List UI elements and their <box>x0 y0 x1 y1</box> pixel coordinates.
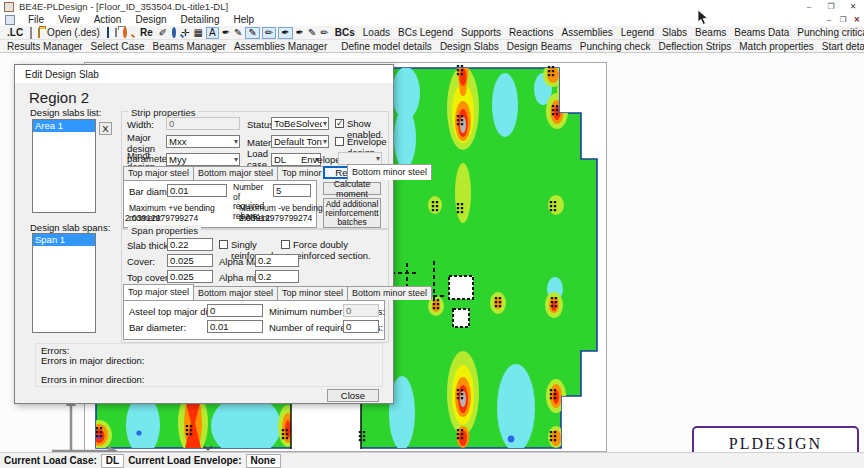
compass-icon[interactable]: ✐ <box>157 27 169 39</box>
beams-button[interactable]: Beams <box>691 27 730 38</box>
zoom-icon[interactable] <box>123 27 127 38</box>
assemblies-button[interactable]: Assemblies <box>558 27 617 38</box>
close-dialog-button[interactable]: Close <box>327 389 379 402</box>
loads-button[interactable]: Loads <box>359 27 394 38</box>
menu-help[interactable]: Help <box>226 14 261 25</box>
checkbox-unchecked[interactable] <box>335 137 344 146</box>
window-title: BE4E-PLDesign - [Floor_ID_353504.DL-titl… <box>19 1 228 12</box>
menu-detailing[interactable]: Detailing <box>174 14 227 25</box>
menu-file[interactable]: File <box>21 14 51 25</box>
tab-top-minor-steel-2[interactable]: Top minor steel <box>277 286 348 300</box>
span-bar-diameter-field[interactable]: 0.01 <box>207 320 263 333</box>
app-icon <box>4 2 14 12</box>
slab-opening-2 <box>453 309 469 327</box>
menu-action[interactable]: Action <box>87 14 129 25</box>
checkbox-unchecked[interactable] <box>281 240 290 249</box>
add-reinforcement-batches-button[interactable]: Add additional reinforcementt batches <box>323 198 381 228</box>
mdi-close-button[interactable]: ✕ <box>850 15 864 24</box>
top-cover-field[interactable]: 0.025 <box>167 270 213 283</box>
assemblies-manager-button[interactable]: Assemblies Manager <box>230 41 331 52</box>
print-icon[interactable] <box>115 28 117 37</box>
edit-design-slab-dialog: Edit Design Slab Region 2 Design slabs l… <box>14 64 394 404</box>
load-case-value: DL <box>101 454 124 468</box>
open-des-button[interactable]: Open (.des) <box>43 27 104 38</box>
legend-button[interactable]: Legend <box>617 27 658 38</box>
draw-tool-icon-2[interactable]: ✏ <box>262 27 276 39</box>
mdi-restore-button[interactable]: ❐ <box>836 15 850 24</box>
define-model-details-button[interactable]: Define model details <box>337 41 436 52</box>
tab-top-major-steel-2[interactable]: Top major steel <box>123 284 194 300</box>
tab-bottom-minor-steel-2[interactable]: Bottom minor steel <box>347 286 432 300</box>
pen-black-icon-2[interactable]: ✒ <box>294 27 306 39</box>
menu-view[interactable]: View <box>51 14 87 25</box>
deflection-strips-button[interactable]: Deflection Strips <box>654 41 735 52</box>
mdi-minimize-button[interactable]: – <box>822 15 836 24</box>
pen-outline-icon[interactable]: ✎ <box>232 27 244 39</box>
minor-design-dropdown[interactable]: Myy▾ <box>166 153 240 166</box>
start-detailing-button[interactable]: Start detailing <box>818 41 864 52</box>
open-folder-icon[interactable] <box>38 28 40 38</box>
zoom-in-icon[interactable] <box>172 27 176 38</box>
bcs-legend-button[interactable]: BCs Legend <box>394 27 457 38</box>
lc-button[interactable]: .LC <box>3 27 27 38</box>
status-dropdown[interactable]: ToBeSolved▾ <box>271 117 329 130</box>
pencil-icon[interactable]: ✏ <box>318 27 330 39</box>
checkbox-unchecked[interactable] <box>219 240 228 249</box>
list-item-span1[interactable]: Span 1 <box>33 234 95 246</box>
chevron-down-icon: ▾ <box>322 119 327 128</box>
draw-tool-icon-1[interactable]: ✎ <box>245 27 259 39</box>
design-spans-listbox[interactable]: Span 1 <box>32 233 96 333</box>
bcs-button[interactable]: BCs <box>331 27 359 38</box>
menu-design[interactable]: Design <box>128 14 173 25</box>
remove-slab-button[interactable]: X <box>99 122 112 135</box>
cover-field[interactable]: 0.025 <box>167 254 213 267</box>
select-case-button[interactable]: Select Case <box>87 41 149 52</box>
supports-button[interactable]: Supports <box>457 27 505 38</box>
beams-manager-button[interactable]: Beams Manager <box>149 41 230 52</box>
bar-diameter-field[interactable]: 0.01 <box>167 184 227 197</box>
minimize-button[interactable]: – <box>798 2 820 11</box>
punching-check-button[interactable]: Punching check <box>576 41 655 52</box>
reactions-button[interactable]: Reactions <box>505 27 557 38</box>
close-button[interactable]: ✕ <box>842 2 864 11</box>
punching-critical-sections-button[interactable]: Punching critical sections <box>793 27 864 38</box>
letter-toggle-icon[interactable]: A <box>206 27 219 39</box>
tab-bottom-minor-steel[interactable]: Bottom minor steel <box>347 164 432 180</box>
calculate-moment-button[interactable]: Calculate moment <box>323 182 381 195</box>
required-rebars-field[interactable]: 5 <box>273 184 311 197</box>
re-button[interactable]: Re <box>136 27 157 38</box>
save-icon[interactable] <box>107 27 109 38</box>
tab-top-major-steel[interactable]: Top major steel <box>123 166 194 180</box>
alpha-minor-field[interactable]: 0.2 <box>255 270 299 283</box>
pen-outline-icon-2[interactable]: ✎ <box>306 27 318 39</box>
major-design-dropdown[interactable]: Mxx▾ <box>166 135 240 148</box>
req-rebars-field[interactable]: 0 <box>343 320 379 333</box>
tab-bottom-major-steel[interactable]: Bottom major steel <box>193 166 278 180</box>
slabs-button[interactable]: Slabs <box>658 27 691 38</box>
load-envelope-value: None <box>246 454 281 468</box>
design-beams-button[interactable]: Design Beams <box>503 41 576 52</box>
span-bar-diameter-label: Bar diameter: <box>129 323 186 334</box>
design-slabs-button[interactable]: Design Slabs <box>436 41 503 52</box>
maximize-button[interactable]: ❐ <box>820 2 842 11</box>
beams-data-button[interactable]: Beams Data <box>730 27 793 38</box>
load-envelope-label: Current Load Envelope: <box>128 455 241 466</box>
draw-tool-icon-3[interactable]: ✒ <box>278 27 292 39</box>
tab-bottom-major-steel-2[interactable]: Bottom major steel <box>193 286 278 300</box>
chevron-down-icon: ▾ <box>233 155 238 164</box>
slab-thickness-field[interactable]: 0.22 <box>167 238 213 251</box>
new-file-icon[interactable] <box>30 27 32 39</box>
results-manager-button[interactable]: Results Manager <box>3 41 87 52</box>
material-dropdown[interactable]: Default Tonf-m▾ <box>271 135 329 148</box>
spans-list-label: Design slab spans: <box>30 223 110 234</box>
design-slabs-listbox[interactable]: Area 1 <box>32 119 96 213</box>
pen-black-icon[interactable]: ✒ <box>220 27 232 39</box>
span-properties-label: Span properties <box>128 225 201 236</box>
list-item-area1[interactable]: Area 1 <box>33 120 95 132</box>
match-properties-button[interactable]: Match properties <box>735 41 817 52</box>
grid-icon[interactable]: ▦ <box>192 27 205 39</box>
asteel-field[interactable]: 0 <box>207 304 263 317</box>
secondary-toolbar: Results Manager Select Case Beams Manage… <box>0 40 864 53</box>
checkbox-checked[interactable]: ✓ <box>335 119 344 128</box>
alpha-major-field[interactable]: 0.2 <box>255 254 299 267</box>
